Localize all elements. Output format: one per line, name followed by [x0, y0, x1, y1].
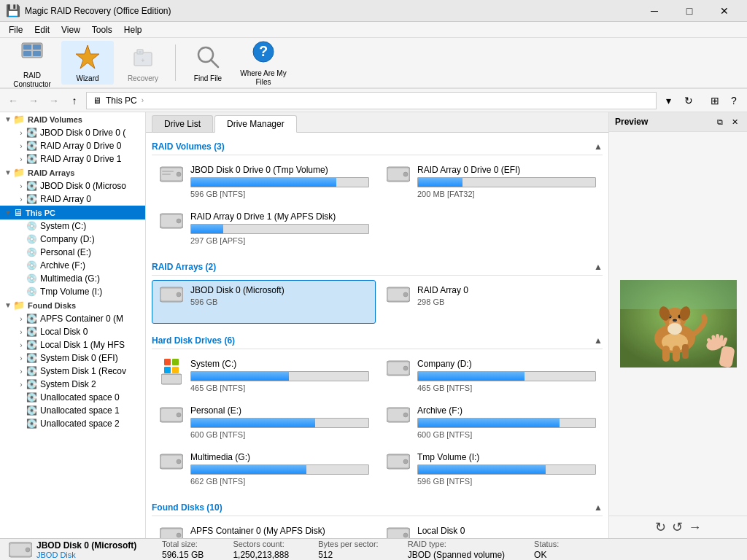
expander-raid-arrays[interactable]: ▼	[3, 168, 13, 176]
expander-this-pc[interactable]: ▼	[3, 209, 13, 217]
help-button[interactable]: ?	[725, 92, 743, 109]
tree-sys-disk-1-rec[interactable]: › 💽 System Disk 1 (Recov	[0, 365, 145, 378]
address-this-pc: This PC	[106, 96, 137, 106]
expander-sys-d2[interactable]: ›	[16, 381, 26, 389]
tree-multimedia-g[interactable]: 💿 Multimedia (G:)	[0, 272, 145, 285]
expander-apfs-0[interactable]: ›	[16, 315, 26, 323]
recovery-button[interactable]: + Recovery	[117, 41, 169, 85]
preview-forward-btn[interactable]: →	[689, 519, 702, 535]
tree-found-disks-group[interactable]: ▼ 📁 Found Disks	[0, 298, 145, 312]
drive-jbod-d0-d0-icon-area	[158, 165, 185, 184]
drive-apfs-0-item[interactable]: APFS Container 0 (My APFS Disk) 297 GB […	[152, 521, 376, 538]
expander-raid-a0-d1[interactable]: ›	[16, 155, 26, 163]
tree-company-d[interactable]: 💿 Company (D:)	[0, 233, 145, 246]
drive-raid-a0-d0[interactable]: RAID Array 0 Drive 0 (EFI) 200 MB [FAT32…	[379, 160, 603, 203]
tab-drive-list[interactable]: Drive List	[152, 115, 213, 132]
status-sectors: Sectors count: 1,250,213,888	[233, 540, 289, 560]
expander-sys-d1-rec[interactable]: ›	[16, 368, 26, 376]
maximize-button[interactable]: □	[673, 0, 706, 22]
raid-volumes-collapse-btn[interactable]: ▲	[594, 141, 603, 152]
raid-arrays-collapse-btn[interactable]: ▲	[594, 262, 603, 272]
menu-view[interactable]: View	[55, 23, 86, 36]
menu-edit[interactable]: Edit	[28, 23, 55, 36]
expander-local-1[interactable]: ›	[16, 341, 26, 349]
tree-system-c[interactable]: 💿 System (C:)	[0, 219, 145, 233]
drive-archive-f[interactable]: Archive (F:) 600 GB [NTFS]	[379, 400, 603, 444]
tree-raid-volumes-group[interactable]: ▼ 📁 RAID Volumes	[0, 112, 145, 126]
preview-restore-btn[interactable]: ⧉	[713, 115, 727, 128]
tree-unalloc-2[interactable]: 💽 Unallocated space 2	[0, 417, 145, 430]
preview-title: Preview	[615, 117, 648, 127]
hdd-svg-9	[160, 452, 183, 471]
drive-raid-a0-item[interactable]: RAID Array 0 298 GB	[379, 280, 603, 324]
tab-drive-manager[interactable]: Drive Manager	[214, 115, 297, 133]
tree-raid-a0-d0[interactable]: › 💽 RAID Array 0 Drive 0	[0, 139, 145, 152]
drive-local-0-item[interactable]: Local Disk 0 128 MB	[379, 521, 603, 538]
tree-raid-a0[interactable]: › 💽 RAID Array 0	[0, 192, 145, 206]
menu-help[interactable]: Help	[118, 23, 148, 36]
statusbar-selected: JBOD Disk 0 (Microsoft) JBOD Disk	[9, 540, 162, 559]
back-button[interactable]: ←	[4, 92, 22, 109]
drive-jbod-d0-d0[interactable]: JBOD Disk 0 Drive 0 (Tmp Volume) 596 GB …	[152, 160, 376, 203]
disk-icon-10: 💿	[26, 273, 37, 284]
view-options-button[interactable]: ⊞	[706, 92, 724, 109]
expander-raid-volumes[interactable]: ▼	[3, 115, 13, 123]
expander-jbod-ms[interactable]: ›	[16, 182, 26, 190]
expander-raid-a0-d0[interactable]: ›	[16, 142, 26, 150]
hdd-collapse-btn[interactable]: ▲	[594, 335, 603, 346]
find-file-button[interactable]: Find File	[182, 41, 234, 85]
tree-raid-a0-d1[interactable]: › 💽 RAID Array 0 Drive 1	[0, 152, 145, 166]
drive-jbod-ms[interactable]: JBOD Disk 0 (Microsoft) 596 GB	[152, 280, 376, 324]
drive-tmp-i[interactable]: Tmp Volume (I:) 596 GB [NTFS]	[379, 447, 603, 491]
tree-sys-disk-2[interactable]: › 💽 System Disk 2	[0, 378, 145, 391]
expander-sys-d0-efi[interactable]: ›	[16, 354, 26, 362]
tree-tmp-i[interactable]: 💿 Tmp Volume (I:)	[0, 285, 145, 298]
tree-this-pc[interactable]: ▼ 🖥 This PC	[0, 206, 145, 219]
expander-jbod-d0-d0[interactable]: ›	[16, 129, 26, 137]
found-disks-collapse-btn[interactable]: ▲	[594, 502, 603, 513]
drive-multimedia-g[interactable]: Multimedia (G:) 662 GB [NTFS]	[152, 447, 376, 491]
drive-raid-a0-d1[interactable]: RAID Array 0 Drive 1 (My APFS Disk) 297 …	[152, 206, 376, 250]
tree-sys-disk-0-efi[interactable]: › 💽 System Disk 0 (EFI)	[0, 351, 145, 365]
drive-company-d[interactable]: Company (D:) 465 GB [NTFS]	[379, 354, 603, 397]
tree-unalloc-1[interactable]: 💽 Unallocated space 1	[0, 404, 145, 417]
drive-raid-a0-d1-icon	[158, 211, 185, 230]
wizard-button[interactable]: Wizard	[61, 41, 114, 85]
tree-jbod-d0-ms[interactable]: › 💽 JBOD Disk 0 (Microso	[0, 179, 145, 192]
refresh-button[interactable]: ↻	[680, 92, 697, 109]
tree-apfs-0[interactable]: › 💽 APFS Container 0 (M	[0, 312, 145, 325]
tree-local-0[interactable]: › 💽 Local Disk 0	[0, 325, 145, 338]
tree-personal-e[interactable]: 💿 Personal (E:)	[0, 246, 145, 259]
tree-unalloc-0[interactable]: 💽 Unallocated space 0	[0, 391, 145, 404]
menu-file[interactable]: File	[3, 23, 28, 36]
forward-button[interactable]: →	[25, 92, 42, 109]
dropdown-button[interactable]: ▾	[659, 92, 677, 109]
tree-local-1[interactable]: › 💽 Local Disk 1 (My HFS	[0, 338, 145, 351]
find-file-icon	[195, 44, 221, 71]
raid-constructor-button[interactable]: RAID Constructor	[6, 41, 58, 85]
menu-tools[interactable]: Tools	[86, 23, 118, 36]
titlebar: 💾 Magic RAID Recovery (Office Edition) ─…	[0, 0, 747, 22]
status-label-text: Status:	[534, 540, 559, 548]
preview-rotate-left-btn[interactable]: ↻	[655, 519, 666, 535]
preview-close-btn[interactable]: ✕	[728, 115, 741, 128]
minimize-button[interactable]: ─	[638, 0, 671, 22]
tree-jbod-d0-d0[interactable]: › 💽 JBOD Disk 0 Drive 0 (	[0, 126, 145, 139]
expander-raid-a0[interactable]: ›	[16, 195, 26, 203]
drive-personal-e[interactable]: Personal (E:) 600 GB [NTFS]	[152, 400, 376, 444]
preview-rotate-right-btn[interactable]: ↺	[672, 519, 683, 535]
drive-system-c[interactable]: System (C:) 465 GB [NTFS]	[152, 354, 376, 397]
address-path[interactable]: 🖥 This PC ›	[86, 92, 657, 109]
disk-icon-4: 💽	[26, 181, 37, 191]
forward2-button[interactable]: →	[45, 92, 63, 109]
tree-raid-arrays-group[interactable]: ▼ 📁 RAID Arrays	[0, 166, 145, 179]
hdd-svg-6	[387, 359, 410, 378]
expander-local-0[interactable]: ›	[16, 328, 26, 336]
close-button[interactable]: ✕	[708, 0, 741, 22]
expander-found-disks[interactable]: ▼	[3, 301, 13, 309]
up-button[interactable]: ↑	[66, 92, 83, 109]
tree-archive-f[interactable]: 💿 Archive (F:)	[0, 259, 145, 272]
wizard-label: Wizard	[76, 74, 98, 82]
where-are-my-files-button[interactable]: ? Where Are My Files	[237, 41, 290, 85]
raid-type-label: RAID type:	[408, 540, 505, 548]
